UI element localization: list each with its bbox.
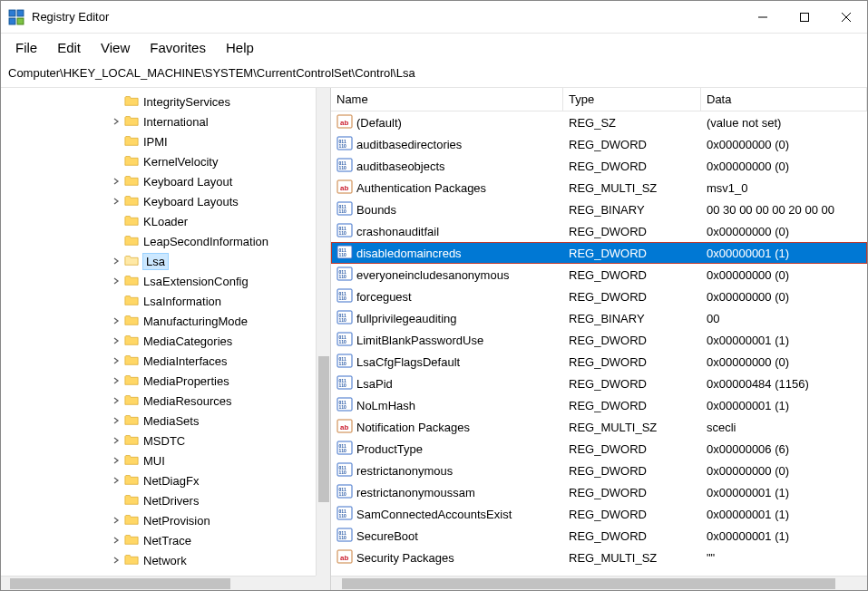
menu-file[interactable]: File [6, 37, 46, 58]
tree-item[interactable]: KernelVelocity [1, 151, 331, 171]
menu-help[interactable]: Help [217, 37, 263, 58]
tree-label: Lsa [143, 254, 168, 269]
value-data: (value not set) [701, 116, 867, 130]
value-name: everyoneincludesanonymous [356, 268, 509, 282]
tree-item[interactable]: Network [1, 550, 331, 570]
value-row[interactable]: 011110LsaPidREG_DWORD0x00000484 (1156) [331, 373, 867, 394]
tree-scrollbar-vertical[interactable] [316, 88, 330, 576]
value-row[interactable]: abAuthentication PackagesREG_MULTI_SZmsv… [331, 177, 867, 199]
menu-favorites[interactable]: Favorites [141, 37, 215, 58]
expand-chevron-icon[interactable] [110, 195, 122, 208]
tree-item[interactable]: MediaCategories [1, 331, 331, 351]
tree-item[interactable]: NetTrace [1, 530, 331, 550]
value-row[interactable]: ab(Default)REG_SZ(value not set) [331, 111, 867, 133]
value-row[interactable]: abNotification PackagesREG_MULTI_SZscecl… [331, 416, 867, 438]
tree-item[interactable]: IntegrityServices [1, 92, 331, 111]
expand-chevron-icon[interactable] [110, 394, 122, 407]
tree-item[interactable]: LsaExtensionConfig [1, 271, 331, 291]
expand-chevron-icon[interactable] [110, 374, 122, 387]
value-name: restrictanonymous [356, 464, 453, 478]
expand-chevron-icon[interactable] [110, 175, 122, 188]
tree-item[interactable]: ManufacturingMode [1, 311, 331, 331]
tree-item[interactable]: MediaProperties [1, 371, 331, 391]
tree-item[interactable]: NetProvision [1, 510, 331, 530]
tree-item[interactable]: LeapSecondInformation [1, 231, 331, 251]
tree-scrollbar-horizontal[interactable] [1, 576, 316, 590]
column-header-name[interactable]: Name [331, 88, 563, 111]
tree-item[interactable]: MediaResources [1, 391, 331, 411]
value-row[interactable]: 011110crashonauditfailREG_DWORD0x0000000… [331, 220, 867, 242]
tree-label: NetTrace [143, 534, 191, 547]
value-row[interactable]: 011110ProductTypeREG_DWORD0x00000006 (6) [331, 438, 867, 460]
expand-chevron-icon[interactable] [110, 334, 122, 347]
values-pane[interactable]: Name Type Data ab(Default)REG_SZ(value n… [331, 88, 867, 590]
value-row[interactable]: 011110BoundsREG_BINARY00 30 00 00 00 20 … [331, 199, 867, 220]
value-name: NoLmHash [356, 399, 415, 412]
menu-edit[interactable]: Edit [48, 37, 90, 58]
value-row[interactable]: 011110restrictanonymousREG_DWORD0x000000… [331, 460, 867, 481]
value-row[interactable]: 011110LimitBlankPasswordUseREG_DWORD0x00… [331, 329, 867, 351]
address-bar[interactable]: Computer\HKEY_LOCAL_MACHINE\SYSTEM\Curre… [1, 61, 867, 88]
folder-icon [124, 214, 143, 229]
value-type-icon: 011110 [331, 222, 356, 241]
expand-chevron-icon[interactable] [110, 115, 122, 128]
scrollbar-thumb[interactable] [318, 356, 329, 502]
expand-chevron-icon[interactable] [110, 454, 122, 467]
maximize-button[interactable] [784, 1, 825, 33]
tree-pane[interactable]: IntegrityServicesInternationalIPMIKernel… [1, 88, 331, 590]
tree-item[interactable]: Keyboard Layouts [1, 191, 331, 211]
value-row[interactable]: 011110auditbasedirectoriesREG_DWORD0x000… [331, 133, 867, 155]
folder-icon [124, 274, 143, 289]
column-header-type[interactable]: Type [563, 88, 701, 111]
tree-label: International [143, 115, 209, 129]
value-row[interactable]: 011110SecureBootREG_DWORD0x00000001 (1) [331, 525, 867, 547]
value-type-icon: 011110 [331, 244, 356, 263]
tree-item[interactable]: MSDTC [1, 431, 331, 451]
value-row[interactable]: 011110everyoneincludesanonymousREG_DWORD… [331, 264, 867, 286]
close-button[interactable] [825, 1, 867, 33]
scrollbar-thumb[interactable] [342, 578, 835, 589]
column-header-row: Name Type Data [331, 88, 867, 111]
expand-chevron-icon[interactable] [110, 275, 122, 287]
tree-item[interactable]: MediaInterfaces [1, 351, 331, 371]
menu-view[interactable]: View [92, 37, 139, 58]
value-row[interactable]: abSecurity PackagesREG_MULTI_SZ"" [331, 547, 867, 568]
value-data: 00 [701, 312, 867, 325]
folder-icon [124, 294, 143, 309]
value-row[interactable]: 011110restrictanonymoussamREG_DWORD0x000… [331, 481, 867, 503]
expand-chevron-icon[interactable] [110, 414, 122, 427]
expand-chevron-icon[interactable] [110, 255, 122, 267]
tree-item[interactable]: LsaInformation [1, 291, 331, 311]
expand-chevron-icon[interactable] [110, 434, 122, 447]
value-data: 0x00000484 (1156) [701, 377, 867, 391]
value-row[interactable]: 011110fullprivilegeauditingREG_BINARY00 [331, 307, 867, 329]
tree-item[interactable]: MediaSets [1, 411, 331, 431]
value-data: 0x00000001 (1) [701, 334, 867, 347]
value-row[interactable]: 011110auditbaseobjectsREG_DWORD0x0000000… [331, 155, 867, 177]
minimize-button[interactable] [742, 1, 784, 33]
tree-item[interactable]: Lsa [1, 251, 331, 271]
value-row[interactable]: 011110forceguestREG_DWORD0x00000000 (0) [331, 286, 867, 307]
tree-item[interactable]: International [1, 111, 331, 131]
value-row[interactable]: 011110NoLmHashREG_DWORD0x00000001 (1) [331, 394, 867, 416]
tree-item[interactable]: NetDiagFx [1, 470, 331, 490]
values-scrollbar-horizontal[interactable] [331, 576, 867, 590]
tree-item[interactable]: KLoader [1, 211, 331, 231]
expand-chevron-icon[interactable] [110, 315, 122, 327]
column-header-data[interactable]: Data [701, 88, 867, 111]
expand-chevron-icon[interactable] [110, 474, 122, 487]
expand-chevron-icon[interactable] [110, 514, 122, 527]
tree-item[interactable]: IPMI [1, 131, 331, 151]
tree-item[interactable]: NetDrivers [1, 490, 331, 510]
value-row[interactable]: 011110LsaCfgFlagsDefaultREG_DWORD0x00000… [331, 351, 867, 373]
tree-item[interactable]: MUI [1, 451, 331, 470]
value-type: REG_DWORD [563, 334, 701, 347]
tree-item[interactable]: Keyboard Layout [1, 171, 331, 191]
titlebar[interactable]: Registry Editor [1, 1, 867, 34]
expand-chevron-icon[interactable] [110, 534, 122, 547]
expand-chevron-icon[interactable] [110, 554, 122, 567]
value-row[interactable]: 011110disabledomaincredsREG_DWORD0x00000… [331, 242, 867, 264]
expand-chevron-icon[interactable] [110, 354, 122, 367]
value-row[interactable]: 011110SamConnectedAccountsExistREG_DWORD… [331, 503, 867, 525]
scrollbar-thumb[interactable] [10, 578, 230, 589]
